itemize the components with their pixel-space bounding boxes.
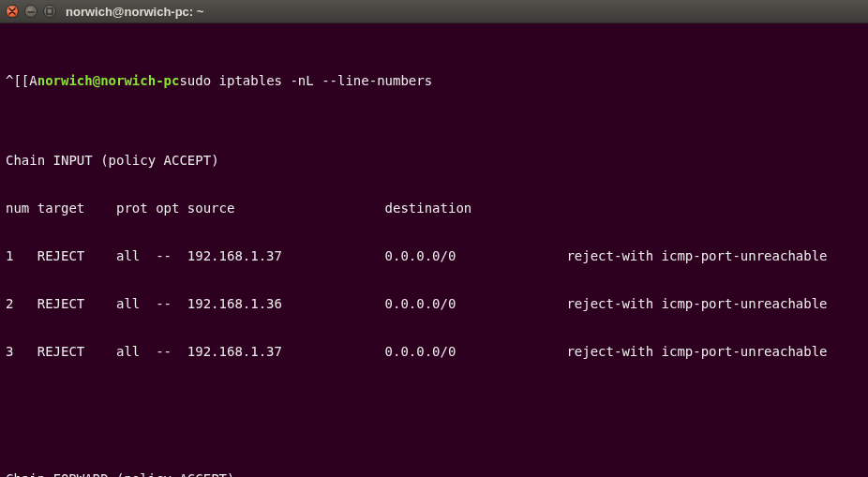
col-opt: opt [156,201,187,216]
table-row: 2REJECTall--192.168.1.360.0.0.0/0reject-… [6,296,862,312]
maximize-icon[interactable] [43,5,56,18]
chain-header: Chain INPUT (policy ACCEPT) [6,153,862,169]
col-target: target [37,201,116,216]
col-num: num [6,201,37,216]
window-title: norwich@norwich-pc: ~ [66,4,203,20]
col-destination: destination [385,201,567,216]
svg-rect-0 [47,8,52,14]
table-header: numtargetprotoptsourcedestination [6,201,862,216]
terminal-line: ^[[Anorwich@norwich-pcsudo iptables -nL … [6,73,862,89]
command-text: sudo iptables -nL --line-numbers [179,73,432,88]
terminal-body[interactable]: ^[[Anorwich@norwich-pcsudo iptables -nL … [0,23,868,477]
table-row: 1REJECTall--192.168.1.370.0.0.0/0reject-… [6,248,862,264]
escape-sequence: ^[[A [6,73,37,88]
col-prot: prot [116,201,156,216]
chain-header: Chain FORWARD (policy ACCEPT) [6,471,862,477]
close-icon[interactable] [6,5,19,18]
minimize-icon[interactable] [24,5,37,18]
prompt-user-host: norwich@norwich-pc [37,73,180,88]
col-source: source [187,201,385,216]
blank-line [6,392,862,408]
window-titlebar: norwich@norwich-pc: ~ [0,0,868,23]
table-row: 3REJECTall--192.168.1.370.0.0.0/0reject-… [6,344,862,360]
